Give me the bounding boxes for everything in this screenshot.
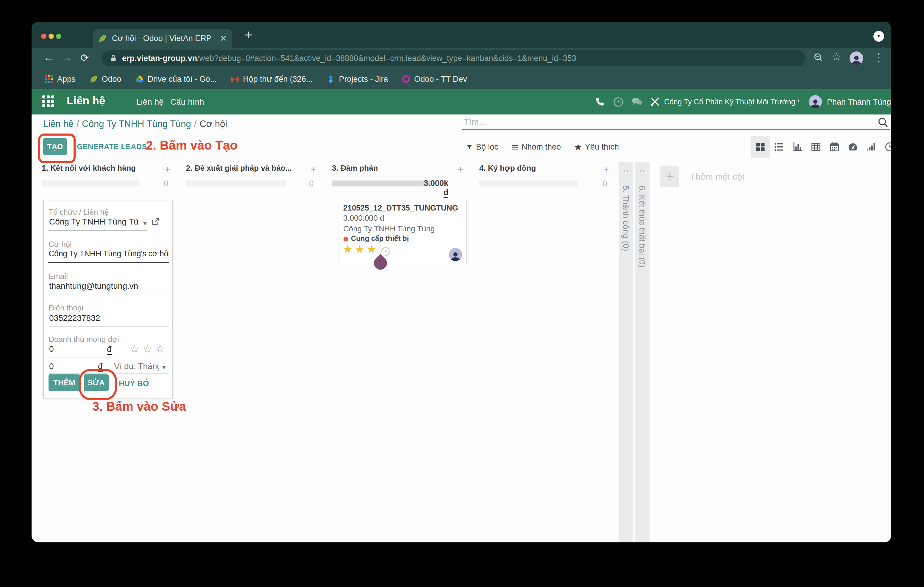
- opportunity-field[interactable]: [48, 249, 169, 258]
- search-icon[interactable]: [877, 116, 889, 128]
- zoom-icon[interactable]: [813, 53, 824, 63]
- field-label: Điện thoại: [48, 303, 83, 312]
- salesperson-avatar[interactable]: [449, 248, 462, 261]
- activity-view-icon[interactable]: [881, 136, 891, 158]
- add-column-button[interactable]: +: [660, 166, 679, 187]
- graph-view-icon[interactable]: [788, 136, 807, 158]
- column-progressbar-1[interactable]: [42, 181, 139, 186]
- tab-strip: Cơ hội - Odoo | VietAn ERP ✕ + ▼: [31, 22, 891, 48]
- filter-button[interactable]: Bộ lọc: [466, 143, 498, 152]
- breadcrumb-company[interactable]: Công Ty TNHH Tùng Tùng: [82, 118, 191, 129]
- add-button[interactable]: THÊM: [48, 374, 80, 391]
- caret-down-icon[interactable]: ▼: [161, 364, 167, 371]
- bookmark-star-icon[interactable]: ☆: [832, 51, 841, 63]
- main-content: Liên hệ/Công Ty TNHH Tùng Tùng/Cơ hội Tì…: [31, 115, 891, 543]
- column-title-3[interactable]: 3. Đàm phán: [332, 164, 378, 173]
- collapsed-column-5[interactable]: ↔ 5. Thành công (0): [619, 162, 633, 543]
- bookmark-apps[interactable]: Apps: [45, 75, 76, 84]
- forward-icon[interactable]: →: [62, 52, 72, 63]
- tab-search-icon[interactable]: ▼: [873, 31, 884, 42]
- expected-revenue-field[interactable]: [49, 344, 100, 354]
- field-underline: [113, 373, 169, 374]
- user-avatar[interactable]: [809, 95, 822, 108]
- phone-icon[interactable]: [594, 96, 605, 108]
- list-view-icon[interactable]: [770, 136, 788, 158]
- pivot-view-icon[interactable]: [807, 136, 825, 158]
- debug-deactivate-icon[interactable]: [650, 96, 661, 108]
- user-name[interactable]: Phan Thanh Tùng: [827, 97, 891, 107]
- priority-star-icon[interactable]: ☆: [129, 342, 139, 355]
- search-placeholder[interactable]: Tìm...: [464, 117, 487, 127]
- cancel-button[interactable]: HUỶ BỎ: [119, 379, 149, 388]
- email-field[interactable]: [49, 281, 162, 291]
- company-switcher[interactable]: Công Ty Cổ Phần Kỹ Thuật Môi Trường Vi..…: [664, 97, 799, 106]
- priority-star-icon[interactable]: ☆: [142, 342, 152, 355]
- add-record-icon[interactable]: +: [603, 164, 609, 175]
- activity-clock-icon[interactable]: [613, 96, 624, 108]
- column-progressbar-2[interactable]: [186, 181, 286, 186]
- recurring-revenue-field[interactable]: [49, 362, 91, 371]
- recurring-plan-select[interactable]: [114, 362, 158, 371]
- breadcrumb-lien-he[interactable]: Liên hệ: [43, 118, 74, 129]
- bookmark-drive[interactable]: Drive của tôi - Go...: [135, 75, 217, 84]
- field-label: Email: [48, 272, 68, 281]
- gmail-icon: [230, 75, 239, 84]
- back-icon[interactable]: ←: [43, 52, 54, 63]
- dashboard-view-icon[interactable]: [844, 136, 862, 158]
- browser-menu-dots-icon[interactable]: ⋮: [873, 51, 884, 64]
- menu-lien-he[interactable]: Liên hệ: [136, 97, 164, 107]
- column-fold-icon[interactable]: ↔: [619, 165, 633, 174]
- card-priority-stars[interactable]: ★★★: [343, 243, 378, 256]
- column-title-2[interactable]: 2. Đề xuất giải pháp và báo...: [186, 164, 292, 173]
- url-bar[interactable]: erp.vietan-group.vn /web?debug=0#action=…: [102, 50, 805, 66]
- chat-icon[interactable]: [631, 96, 642, 108]
- add-record-icon[interactable]: +: [165, 164, 171, 175]
- column-progressbar-4[interactable]: [479, 181, 578, 186]
- priority-star-icon[interactable]: ☆: [155, 342, 165, 355]
- external-link-icon[interactable]: [151, 217, 160, 226]
- column-title-4[interactable]: 4. Ký hợp đồng: [479, 164, 536, 173]
- cohort-view-icon[interactable]: [862, 136, 881, 158]
- currency-symbol: đ: [444, 188, 449, 198]
- add-record-icon[interactable]: +: [310, 164, 316, 175]
- zoom-window-button[interactable]: [56, 34, 61, 39]
- favorites-button[interactable]: ★ Yêu thích: [574, 142, 619, 152]
- column-progressbar-3[interactable]: [332, 181, 431, 186]
- priority-stars[interactable]: ☆☆☆: [129, 342, 165, 355]
- group-by-label: Nhóm theo: [521, 143, 561, 152]
- close-window-button[interactable]: [41, 34, 46, 39]
- kanban-card[interactable]: 210525_12_DTT35_TUNGTUNG 3.000.000 đ Côn…: [338, 199, 467, 265]
- menu-cau-hinh[interactable]: Cấu hình: [170, 97, 204, 107]
- tab-title: Cơ hội - Odoo | VietAn ERP: [112, 34, 216, 43]
- reload-icon[interactable]: ⟳: [80, 52, 89, 64]
- collapsed-column-label: 6. Kết thúc thất bại (0): [637, 186, 647, 268]
- column-fold-icon[interactable]: ↔: [635, 165, 650, 174]
- card-amount: 3.000.000 đ: [343, 214, 384, 223]
- bookmark-gmail[interactable]: Hộp thư đến (326...: [230, 75, 313, 84]
- generate-leads-button[interactable]: GENERATE LEADS: [77, 143, 147, 151]
- tab-close-icon[interactable]: ✕: [220, 34, 227, 43]
- caret-down-icon[interactable]: ▼: [142, 220, 148, 227]
- partner-field[interactable]: [49, 217, 139, 227]
- odoo-leaf-icon: [89, 75, 98, 84]
- field-underline: [48, 357, 115, 357]
- browser-toolbar: ← → ⟳ erp.vietan-group.vn /web?debug=0#a…: [31, 48, 891, 69]
- collapsed-column-6[interactable]: ↔ 6. Kết thúc thất bại (0): [635, 162, 650, 543]
- add-record-icon[interactable]: +: [458, 164, 464, 175]
- minimize-window-button[interactable]: [48, 34, 54, 39]
- column-title-1[interactable]: 1. Kết nối với khách hàng: [42, 164, 136, 173]
- kanban-view-icon[interactable]: [751, 136, 770, 158]
- new-tab-button[interactable]: +: [245, 27, 253, 43]
- add-column-label[interactable]: Thêm một cột: [690, 172, 744, 182]
- bookmark-jira[interactable]: Projects - Jira: [326, 75, 388, 84]
- browser-tab[interactable]: Cơ hội - Odoo | VietAn ERP ✕: [93, 29, 232, 48]
- bookmark-label: Odoo - TT Dev: [414, 75, 467, 84]
- field-label: Tổ chức / Liên hệ: [48, 207, 109, 217]
- calendar-view-icon[interactable]: [825, 136, 844, 158]
- group-by-button[interactable]: Nhóm theo: [512, 143, 561, 152]
- browser-profile-avatar[interactable]: [850, 51, 863, 65]
- apps-menu-icon[interactable]: [42, 95, 54, 107]
- bookmark-odoo[interactable]: Odoo: [89, 75, 122, 84]
- phone-field[interactable]: [49, 313, 162, 323]
- bookmark-odoo-tt-dev[interactable]: Odoo - TT Dev: [402, 75, 467, 84]
